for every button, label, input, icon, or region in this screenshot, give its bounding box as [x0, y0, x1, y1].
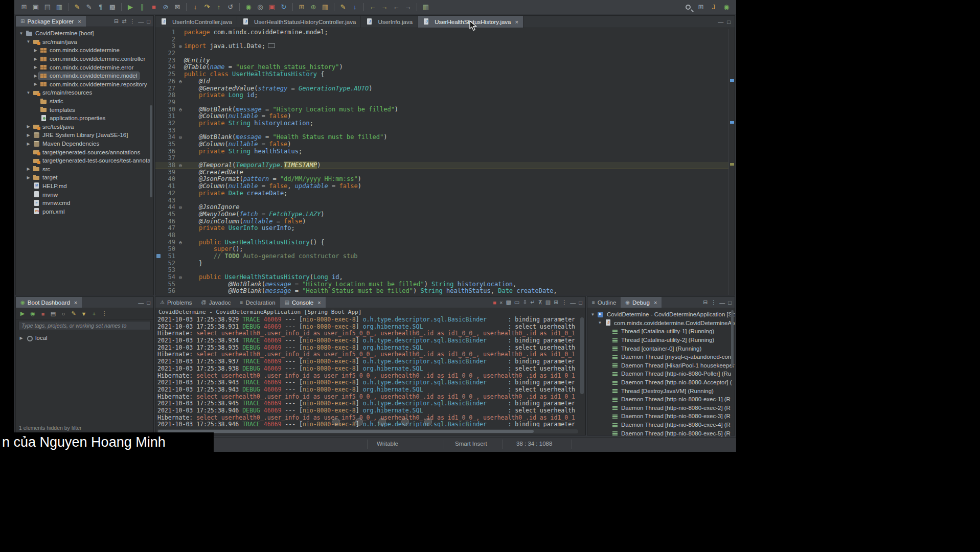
- explorer-item[interactable]: static: [16, 97, 153, 106]
- code-line[interactable]: 34⊖ @NotBlank(message = "Health Status m…: [155, 134, 728, 141]
- format-pencil-icon[interactable]: ✎: [83, 2, 95, 13]
- explorer-item[interactable]: ▶com.mindx.coviddetermine.controller: [16, 55, 153, 63]
- line-number[interactable]: 3: [162, 43, 177, 50]
- show-whitespace-icon[interactable]: ¶: [95, 2, 106, 13]
- remove-launch-button[interactable]: ×: [499, 300, 503, 306]
- display-console-button[interactable]: ▥: [545, 299, 551, 306]
- code-line[interactable]: 27 @GeneratedValue(strategy = Generation…: [155, 85, 728, 93]
- expand-arrow-icon[interactable]: ▶: [25, 167, 32, 171]
- code-line[interactable]: 47 private UserInfo userInfo;: [155, 225, 728, 232]
- explorer-item[interactable]: ▶JRE System Library [JavaSE-16]: [16, 131, 153, 140]
- fold-icon[interactable]: ⊖: [177, 204, 184, 211]
- expand-arrow-icon[interactable]: ▶: [25, 124, 32, 129]
- open-console-icon[interactable]: ▤: [49, 309, 58, 318]
- debug-item[interactable]: Daemon Thread [http-nio-8080-Poller] (Ru: [587, 370, 735, 378]
- code-line[interactable]: 41 @Column(nullable = false, updatable =…: [155, 183, 728, 190]
- console-tab-problems[interactable]: ⚠Problems: [155, 297, 197, 308]
- code-line[interactable]: 40 @JsonFormat(pattern = "dd/MM/yyyy HH:…: [155, 176, 728, 183]
- overview-mark[interactable]: [730, 121, 734, 124]
- line-number[interactable]: 45: [162, 211, 177, 218]
- code-line[interactable]: 53: [155, 267, 728, 274]
- word-wrap-button[interactable]: ↵: [530, 299, 535, 306]
- explorer-item[interactable]: ▶com.mindx.coviddetermine.error: [16, 63, 153, 72]
- debug-item[interactable]: Daemon Thread [http-nio-8080-exec-2] (R: [587, 404, 735, 412]
- line-number[interactable]: 26: [162, 78, 177, 85]
- console-output[interactable]: 2021-10-03 17:25:38.929 TRACE 46069 --- …: [157, 316, 578, 427]
- expand-arrow-icon[interactable]: ▼: [589, 312, 596, 317]
- line-number[interactable]: 55: [162, 281, 177, 288]
- code-line[interactable]: 35 @Column(nullable = false): [155, 141, 728, 148]
- search-history-icon[interactable]: ↓: [349, 2, 360, 13]
- forward-icon[interactable]: →: [402, 2, 414, 13]
- step-return-icon[interactable]: ↑: [213, 2, 224, 13]
- debug-item[interactable]: Daemon Thread [http-nio-8080-Acceptor] (: [587, 378, 735, 387]
- expand-arrow-icon[interactable]: ▼: [597, 320, 603, 325]
- line-number[interactable]: 30: [162, 106, 177, 113]
- code-line[interactable]: 45 @ManyToOne(fetch = FetchType.LAZY): [155, 211, 728, 218]
- line-number[interactable]: 31: [162, 113, 177, 120]
- code-line[interactable]: 49⊖ public UserHealthStatusHistory() {: [155, 239, 728, 246]
- boot-dashboard-tab[interactable]: ◉ Boot Dashboard ×: [16, 297, 82, 308]
- code-line[interactable]: 43: [155, 197, 728, 204]
- line-number[interactable]: 37: [162, 155, 177, 162]
- mark-occurrences-icon[interactable]: ✎: [337, 2, 349, 13]
- explorer-item[interactable]: ▶com.mindx.coviddetermine: [16, 46, 153, 55]
- boot-menu-icon[interactable]: ⋮: [100, 309, 109, 318]
- code-line[interactable]: 23@Entity: [155, 57, 728, 64]
- line-number[interactable]: 56: [162, 288, 177, 295]
- editor-tab-userhealthstatushistorycontroller-java[interactable]: UserHealthStatusHistoryController.java: [237, 16, 361, 28]
- expand-arrow-icon[interactable]: ▶: [25, 133, 32, 137]
- debug-minimize-icon[interactable]: ―: [719, 300, 725, 306]
- step-over-icon[interactable]: ↷: [201, 2, 213, 13]
- code-line[interactable]: 54⊖ public UserHealthStatusHistory(Long …: [155, 274, 728, 281]
- fold-icon[interactable]: ⊖: [177, 274, 184, 281]
- search-icon[interactable]: [682, 2, 694, 13]
- explorer-item[interactable]: pom.xml: [16, 207, 153, 216]
- debug-item[interactable]: Daemon Thread [http-nio-8080-exec-3] (R: [587, 412, 735, 421]
- pause-icon[interactable]: ∥: [136, 2, 148, 13]
- overview-mark[interactable]: [730, 163, 734, 166]
- remove-all-launches-button[interactable]: ▩: [506, 299, 511, 306]
- screenshot-icon[interactable]: ▦: [420, 2, 431, 13]
- line-number[interactable]: 42: [162, 190, 177, 197]
- skip-breakpoints-icon[interactable]: ⊘: [160, 2, 171, 13]
- start-boot-app-icon[interactable]: ▶: [18, 309, 27, 318]
- save-all-icon[interactable]: ▤: [42, 2, 53, 13]
- debug-item[interactable]: ▼com.mindx.coviddetermine.CovidDetermine…: [587, 319, 735, 328]
- folded-region-icon[interactable]: [268, 43, 275, 48]
- expand-arrow-icon[interactable]: ▼: [25, 90, 32, 95]
- explorer-item[interactable]: ▼CovidDetermine [boot]: [16, 29, 153, 38]
- code-line[interactable]: 50 super();: [155, 246, 728, 253]
- debug-item[interactable]: Daemon Thread [http-nio-8080-exec-4] (R: [587, 421, 735, 429]
- code-line[interactable]: 33: [155, 127, 728, 134]
- pin-console-button[interactable]: ⊼: [538, 299, 542, 306]
- code-line[interactable]: 24@Table(name = "user_health_status_hist…: [155, 64, 728, 71]
- code-line[interactable]: 28 private Long id;: [155, 92, 728, 99]
- explorer-item[interactable]: ▶com.mindx.coviddetermine.model: [16, 72, 153, 80]
- close-icon[interactable]: ×: [74, 300, 77, 306]
- explorer-item[interactable]: application.properties: [16, 114, 153, 123]
- debug-collapse-all-icon[interactable]: ⊟: [703, 299, 708, 306]
- line-number[interactable]: 27: [162, 85, 177, 93]
- line-number[interactable]: 46: [162, 218, 177, 225]
- resume-icon[interactable]: ◉: [243, 2, 254, 13]
- line-number[interactable]: 34: [162, 134, 177, 141]
- explorer-item[interactable]: mvnw.cmd: [16, 199, 153, 208]
- terminate-icon[interactable]: ▣: [266, 2, 278, 13]
- line-number[interactable]: 36: [162, 148, 177, 155]
- line-number[interactable]: 32: [162, 120, 177, 127]
- line-number[interactable]: 49: [162, 239, 177, 246]
- debug-view-menu-icon[interactable]: ⋮: [711, 299, 716, 306]
- next-edit-location-icon[interactable]: →: [379, 2, 390, 13]
- explorer-item[interactable]: target/generated-test-sources/test-annot…: [16, 156, 153, 165]
- maximize-icon[interactable]: □: [147, 300, 150, 306]
- code-line[interactable]: 25public class UserHealthStatusHistory {: [155, 71, 728, 78]
- line-number[interactable]: 50: [162, 246, 177, 253]
- add-icon[interactable]: +: [89, 309, 99, 318]
- stop-boot-app-icon[interactable]: ■: [38, 309, 48, 318]
- close-icon[interactable]: ×: [515, 19, 518, 25]
- debug-item[interactable]: Thread [DestroyJavaVM] (Running): [587, 386, 735, 395]
- explorer-item[interactable]: templates: [16, 105, 153, 114]
- code-line[interactable]: 30⊖ @NotBlank(message = "History Locatio…: [155, 106, 728, 113]
- debug-item[interactable]: Thread [container-0] (Running): [587, 344, 735, 353]
